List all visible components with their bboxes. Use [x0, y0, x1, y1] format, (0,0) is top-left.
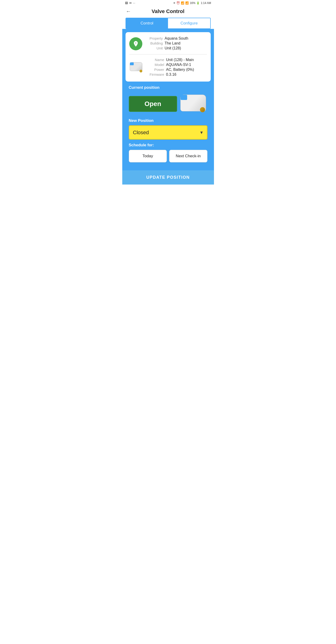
building-label: Building	[146, 41, 163, 45]
schedule-buttons: Today Next Check-in	[129, 150, 207, 162]
more-icon: ···	[133, 2, 135, 5]
tab-control[interactable]: Control	[126, 18, 168, 28]
position-row: Open	[129, 92, 207, 116]
property-value: Aquana South	[165, 36, 188, 40]
name-label: Name	[147, 58, 164, 62]
valve-small-image	[129, 60, 144, 75]
power-label: Power	[147, 68, 164, 72]
unit-row: Unit Unit (128)	[146, 46, 207, 50]
alarm-icon: ⏰	[177, 2, 180, 5]
model-value: AQUANA-SV-1	[166, 63, 191, 67]
status-bar: 🖼 ✉ ··· ✳ ⏰ 📶 📶 16% 🔋 1:14 AM	[122, 0, 214, 6]
device-detail-info: Name Unit (128) - Main Model AQUANA-SV-1…	[129, 54, 207, 77]
location-props: Property Aquana South Building The Land …	[146, 36, 207, 51]
current-position-section: Current position Open	[125, 82, 211, 118]
schedule-label: Schedule for:	[129, 143, 207, 148]
svg-point-0	[135, 42, 136, 44]
building-row: Building The Land	[146, 41, 207, 46]
bluetooth-icon: ✳	[173, 2, 176, 5]
power-value: AC, Battery (0%)	[166, 68, 194, 72]
spacer	[125, 166, 211, 170]
firmware-row: Firmware 0.3.16	[147, 72, 207, 77]
signal-icon: 📶	[185, 2, 189, 5]
open-position-button[interactable]: Open	[129, 96, 177, 112]
time: 1:14 AM	[201, 2, 211, 5]
device-location-info: Property Aquana South Building The Land …	[129, 36, 207, 54]
position-select-wrapper: Open Closed ▼	[129, 125, 207, 140]
back-button[interactable]: ←	[126, 9, 131, 14]
schedule-section: Schedule for: Today Next Check-in	[125, 143, 211, 166]
top-bar: ← Valve Control	[122, 6, 214, 18]
main-area: Property Aquana South Building The Land …	[122, 29, 214, 170]
firmware-value: 0.3.16	[166, 72, 177, 77]
status-right: ✳ ⏰ 📶 📶 16% 🔋 1:14 AM	[173, 2, 211, 5]
building-value: The Land	[165, 41, 181, 46]
property-label: Property	[146, 36, 163, 40]
model-label: Model	[147, 63, 164, 67]
property-row: Property Aquana South	[146, 36, 207, 40]
current-position-label: Current position	[129, 85, 207, 90]
battery-icon: 🔋	[196, 2, 200, 5]
new-position-label: New Position	[129, 118, 207, 123]
gallery-icon: 🖼	[125, 2, 128, 5]
power-row: Power AC, Battery (0%)	[147, 68, 207, 72]
position-select[interactable]: Open Closed	[129, 125, 207, 140]
page-title: Valve Control	[134, 8, 202, 14]
name-value: Unit (128) - Main	[166, 58, 194, 62]
next-checkin-button[interactable]: Next Check-in	[169, 150, 207, 162]
wifi-icon: 📶	[181, 2, 184, 5]
unit-label: Unit	[146, 46, 163, 50]
battery-percent: 16%	[190, 2, 195, 5]
mail-icon: ✉	[129, 2, 132, 5]
location-icon	[129, 37, 142, 50]
status-icons: 🖼 ✉ ···	[125, 2, 135, 5]
device-card: Property Aquana South Building The Land …	[125, 32, 211, 82]
new-position-section: New Position Open Closed ▼	[125, 118, 211, 143]
update-position-bar[interactable]: UPDATE POSITION	[122, 170, 214, 184]
device-detail-props: Name Unit (128) - Main Model AQUANA-SV-1…	[147, 58, 207, 77]
name-row: Name Unit (128) - Main	[147, 58, 207, 62]
today-button[interactable]: Today	[129, 150, 167, 162]
firmware-label: Firmware	[147, 72, 164, 76]
tab-configure[interactable]: Configure	[168, 18, 210, 28]
update-position-label: UPDATE POSITION	[146, 175, 190, 180]
valve-large-image	[180, 92, 207, 116]
unit-value: Unit (128)	[165, 46, 181, 50]
tab-bar: Control Configure	[125, 18, 211, 29]
model-row: Model AQUANA-SV-1	[147, 63, 207, 67]
